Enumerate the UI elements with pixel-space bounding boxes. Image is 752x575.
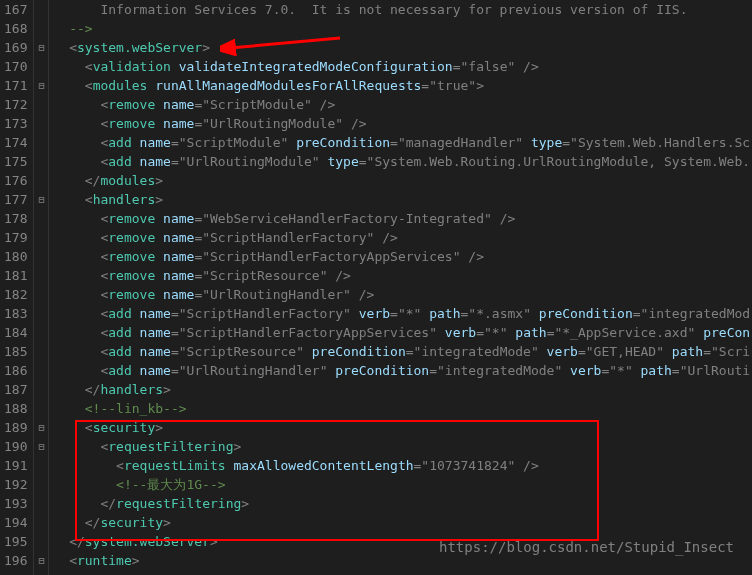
fold-toggle bbox=[34, 152, 48, 171]
line-number: 192 bbox=[4, 475, 27, 494]
line-number: 172 bbox=[4, 95, 27, 114]
line-number: 194 bbox=[4, 513, 27, 532]
line-number: 189 bbox=[4, 418, 27, 437]
code-line[interactable]: Information Services 7.0. It is not nece… bbox=[53, 0, 752, 19]
code-line[interactable]: </handlers> bbox=[53, 380, 752, 399]
code-line[interactable]: <modules runAllManagedModulesForAllReque… bbox=[53, 76, 752, 95]
code-line[interactable]: <system.webServer> bbox=[53, 38, 752, 57]
line-number: 187 bbox=[4, 380, 27, 399]
annotation-highlight-box bbox=[75, 420, 599, 541]
code-line[interactable]: <remove name="WebServiceHandlerFactory-I… bbox=[53, 209, 752, 228]
code-line[interactable]: <remove name="ScriptModule" /> bbox=[53, 95, 752, 114]
code-line[interactable]: <add name="ScriptHandlerFactoryAppServic… bbox=[53, 323, 752, 342]
line-number: 185 bbox=[4, 342, 27, 361]
line-number: 182 bbox=[4, 285, 27, 304]
code-line[interactable]: <add name="ScriptHandlerFactory" verb="*… bbox=[53, 304, 752, 323]
fold-toggle bbox=[34, 380, 48, 399]
line-number: 175 bbox=[4, 152, 27, 171]
code-line[interactable]: <add name="ScriptResource" preCondition=… bbox=[53, 342, 752, 361]
fold-toggle[interactable]: ⊟ bbox=[34, 76, 48, 95]
code-line[interactable]: --> bbox=[53, 19, 752, 38]
fold-toggle[interactable]: ⊟ bbox=[34, 437, 48, 456]
watermark: https://blog.csdn.net/Stupid_Insect bbox=[439, 539, 734, 555]
code-line[interactable]: <!--lin_kb--> bbox=[53, 399, 752, 418]
code-line[interactable]: <remove name="UrlRoutingModule" /> bbox=[53, 114, 752, 133]
fold-toggle bbox=[34, 342, 48, 361]
fold-toggle bbox=[34, 361, 48, 380]
code-line[interactable]: <validation validateIntegratedModeConfig… bbox=[53, 57, 752, 76]
fold-toggle bbox=[34, 304, 48, 323]
line-number: 195 bbox=[4, 532, 27, 551]
line-number: 173 bbox=[4, 114, 27, 133]
fold-gutter[interactable]: ⊟⊟⊟⊟⊟⊟ bbox=[34, 0, 49, 575]
code-line[interactable]: <remove name="ScriptResource" /> bbox=[53, 266, 752, 285]
code-line[interactable]: <remove name="ScriptHandlerFactoryAppSer… bbox=[53, 247, 752, 266]
fold-toggle bbox=[34, 114, 48, 133]
fold-toggle bbox=[34, 323, 48, 342]
fold-toggle bbox=[34, 247, 48, 266]
line-number: 188 bbox=[4, 399, 27, 418]
fold-toggle bbox=[34, 399, 48, 418]
line-number: 167 bbox=[4, 0, 27, 19]
code-line[interactable]: </modules> bbox=[53, 171, 752, 190]
fold-toggle[interactable]: ⊟ bbox=[34, 418, 48, 437]
line-number: 178 bbox=[4, 209, 27, 228]
line-number: 179 bbox=[4, 228, 27, 247]
fold-toggle bbox=[34, 266, 48, 285]
fold-toggle[interactable]: ⊟ bbox=[34, 38, 48, 57]
code-line[interactable]: <handlers> bbox=[53, 190, 752, 209]
line-number: 181 bbox=[4, 266, 27, 285]
fold-toggle bbox=[34, 57, 48, 76]
fold-toggle bbox=[34, 513, 48, 532]
fold-toggle bbox=[34, 456, 48, 475]
line-number: 176 bbox=[4, 171, 27, 190]
fold-toggle[interactable]: ⊟ bbox=[34, 190, 48, 209]
line-number: 190 bbox=[4, 437, 27, 456]
annotation-arrow bbox=[220, 30, 350, 60]
code-line[interactable]: <add name="UrlRoutingHandler" preConditi… bbox=[53, 361, 752, 380]
line-number: 177 bbox=[4, 190, 27, 209]
line-number: 193 bbox=[4, 494, 27, 513]
fold-toggle bbox=[34, 171, 48, 190]
line-number: 184 bbox=[4, 323, 27, 342]
fold-toggle bbox=[34, 494, 48, 513]
fold-toggle bbox=[34, 475, 48, 494]
svg-line-0 bbox=[230, 38, 340, 48]
line-number: 191 bbox=[4, 456, 27, 475]
fold-toggle bbox=[34, 209, 48, 228]
fold-toggle bbox=[34, 95, 48, 114]
code-line[interactable]: <remove name="ScriptHandlerFactory" /> bbox=[53, 228, 752, 247]
line-number: 169 bbox=[4, 38, 27, 57]
line-number: 186 bbox=[4, 361, 27, 380]
line-number-gutter: 1671681691701711721731741751761771781791… bbox=[0, 0, 34, 575]
fold-toggle bbox=[34, 228, 48, 247]
line-number: 183 bbox=[4, 304, 27, 323]
fold-toggle[interactable]: ⊟ bbox=[34, 551, 48, 570]
code-line[interactable]: <add name="ScriptModule" preCondition="m… bbox=[53, 133, 752, 152]
line-number: 174 bbox=[4, 133, 27, 152]
code-line[interactable]: <remove name="UrlRoutingHandler" /> bbox=[53, 285, 752, 304]
line-number: 170 bbox=[4, 57, 27, 76]
line-number: 196 bbox=[4, 551, 27, 570]
fold-toggle bbox=[34, 0, 48, 19]
fold-toggle bbox=[34, 19, 48, 38]
line-number: 168 bbox=[4, 19, 27, 38]
fold-toggle bbox=[34, 285, 48, 304]
code-line[interactable]: <add name="UrlRoutingModule" type="Syste… bbox=[53, 152, 752, 171]
line-number: 180 bbox=[4, 247, 27, 266]
fold-toggle bbox=[34, 133, 48, 152]
fold-toggle bbox=[34, 532, 48, 551]
line-number: 171 bbox=[4, 76, 27, 95]
